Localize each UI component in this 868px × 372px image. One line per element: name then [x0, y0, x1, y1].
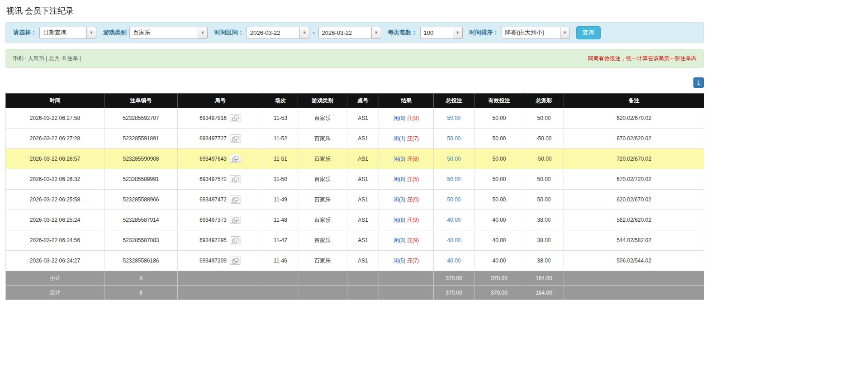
cell-valid-bet: 50.00	[474, 108, 524, 129]
select-type-label: 请选择：	[13, 29, 37, 37]
cell-payout: 38.00	[524, 251, 564, 271]
footer-empty-cell	[347, 286, 379, 300]
result-banker: 庄(8)	[407, 115, 419, 121]
cell-session: 11-53	[263, 108, 298, 129]
total-bet-link[interactable]: 50.00	[447, 115, 460, 121]
round-result-button[interactable]	[230, 114, 241, 122]
cell-total-bet: 50.00	[434, 108, 474, 129]
cards-icon	[232, 258, 239, 265]
date-from-input[interactable]	[247, 27, 300, 39]
total-bet-link[interactable]: 40.00	[447, 237, 460, 243]
page-size-label: 每页笔数：	[388, 29, 417, 37]
cell-round-id: 693497373	[178, 210, 263, 230]
result-player: 闲(9)	[394, 115, 406, 121]
cell-total-bet: 40.00	[434, 230, 474, 251]
cell-valid-bet: 40.00	[474, 210, 524, 230]
cell-round-id: 693497572	[178, 169, 263, 190]
round-result-button[interactable]	[230, 175, 241, 183]
chevron-down-icon[interactable]: ▼	[300, 27, 309, 39]
total-bet-link[interactable]: 50.00	[447, 156, 460, 162]
cell-session: 11-51	[263, 149, 298, 169]
cell-game-type: 百家乐	[298, 210, 347, 230]
cell-round-id: 693497643	[178, 149, 263, 169]
cell-time: 2026-03-22 06:24:56	[6, 230, 104, 251]
table-row: 2026-03-22 06:24:27523285586186693497209…	[6, 251, 704, 271]
round-result-button[interactable]	[230, 134, 241, 143]
page-size-input[interactable]	[420, 27, 453, 39]
table-row: 2026-03-22 06:25:58523285588966693497472…	[6, 190, 704, 210]
round-result-button[interactable]	[230, 236, 241, 244]
cell-bet-id: 523285591891	[104, 129, 178, 149]
total-bet-link[interactable]: 50.00	[447, 176, 460, 182]
cell-game-type: 百家乐	[298, 230, 347, 251]
game-type-input[interactable]	[129, 27, 198, 39]
round-result-button[interactable]	[230, 257, 241, 265]
total-bet-link[interactable]: 40.00	[447, 217, 460, 223]
footer-empty-cell	[178, 271, 263, 286]
footer-empty-cell	[379, 271, 434, 286]
cell-payout: 38.00	[524, 210, 564, 230]
cell-game-type: 百家乐	[298, 129, 347, 149]
cell-total-bet: 50.00	[434, 190, 474, 210]
cell-table-no: AS1	[347, 251, 379, 271]
chevron-down-icon[interactable]: ▼	[372, 27, 381, 39]
round-id-text: 693497472	[199, 196, 227, 203]
result-banker: 庄(5)	[407, 176, 419, 182]
cell-time: 2026-03-22 06:25:58	[6, 190, 104, 210]
cell-table-no: AS1	[347, 230, 379, 251]
bet-records-table: 时间 注单编号 局号 场次 游戏类别 桌号 结果 总投注 有效投注 总派彩 备注…	[5, 93, 704, 300]
time-sort-input[interactable]	[502, 27, 560, 39]
round-result-button[interactable]	[230, 155, 241, 163]
date-to-input[interactable]	[318, 27, 372, 39]
cell-total-bet: 50.00	[434, 169, 474, 190]
cell-table-no: AS1	[347, 210, 379, 230]
header-round-id: 局号	[178, 94, 263, 108]
cell-payout: 38.00	[524, 230, 564, 251]
footer-payout: 164.00	[524, 286, 564, 300]
table-row: 2026-03-22 06:27:58523285592707693497816…	[6, 108, 704, 129]
total-bet-link[interactable]: 40.00	[447, 258, 460, 264]
cell-payout: -50.00	[524, 129, 564, 149]
footer-empty-cell	[347, 271, 379, 286]
footer-empty-cell	[379, 286, 434, 300]
result-player: 闲(3)	[394, 237, 406, 243]
select-type-input[interactable]	[39, 27, 87, 39]
filter-bar: 请选择： ▼ 游戏类别 ▼ 时间区间： ▼ ~ ▼ 每页笔数： ▼ 时间排序： …	[5, 22, 704, 43]
cell-round-id: 693497209	[178, 251, 263, 271]
result-player: 闲(5)	[394, 258, 406, 264]
time-range-label: 时间区间：	[214, 29, 244, 37]
table-row: 2026-03-22 06:24:56523285587083693497295…	[6, 230, 704, 251]
round-result-button[interactable]	[230, 216, 241, 224]
footer-valid-bet: 370.00	[474, 286, 524, 300]
cell-session: 11-52	[263, 129, 298, 149]
chevron-down-icon[interactable]: ▼	[453, 27, 463, 39]
cell-game-type: 百家乐	[298, 190, 347, 210]
header-result: 结果	[379, 94, 434, 108]
cell-session: 11-46	[263, 251, 298, 271]
round-id-text: 693497816	[199, 115, 227, 121]
page-1-button[interactable]: 1	[693, 77, 704, 88]
cell-total-bet: 40.00	[434, 210, 474, 230]
chevron-down-icon[interactable]: ▼	[198, 27, 208, 39]
total-bet-link[interactable]: 50.00	[447, 135, 460, 142]
cell-result: 闲(3) 庄(8)	[379, 149, 434, 169]
date-range-separator: ~	[312, 29, 316, 36]
total-bet-link[interactable]: 50.00	[447, 196, 460, 203]
footer-label: 总计	[6, 286, 104, 300]
page-size-combo: ▼	[420, 27, 463, 39]
round-result-button[interactable]	[230, 196, 241, 204]
result-banker: 庄(7)	[407, 135, 419, 142]
cell-round-id: 693497295	[178, 230, 263, 251]
table-row: 2026-03-22 06:27:28523285591891693497727…	[6, 129, 704, 149]
cell-result: 闲(9) 庄(8)	[379, 108, 434, 129]
round-id-text: 693497373	[199, 217, 227, 223]
search-button[interactable]: 查询	[576, 26, 601, 39]
round-id-text: 693497209	[199, 258, 227, 264]
chevron-down-icon[interactable]: ▼	[560, 27, 570, 39]
cell-valid-bet: 40.00	[474, 251, 524, 271]
cards-icon	[232, 218, 239, 224]
header-time: 时间	[6, 94, 104, 108]
cell-game-type: 百家乐	[298, 149, 347, 169]
header-session: 场次	[263, 94, 298, 108]
chevron-down-icon[interactable]: ▼	[87, 27, 96, 39]
